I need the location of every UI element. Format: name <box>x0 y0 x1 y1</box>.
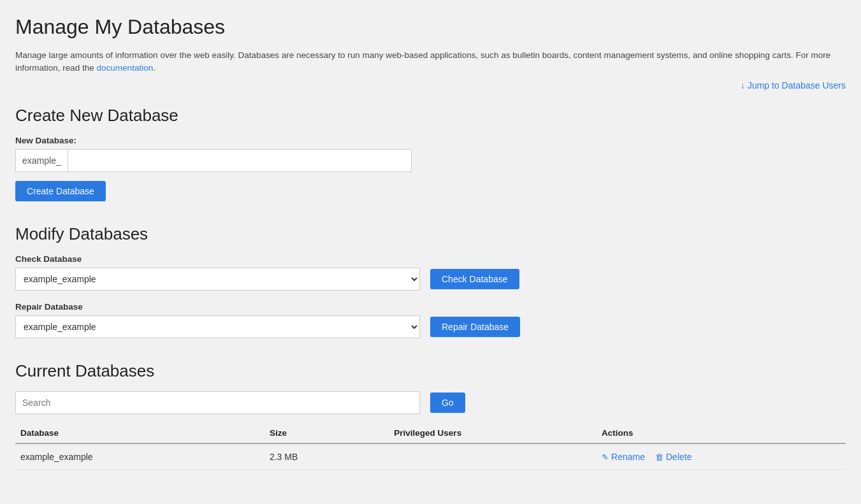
delete-link[interactable]: Delete <box>655 452 691 462</box>
pencil-icon <box>602 452 609 462</box>
search-input[interactable] <box>15 391 420 414</box>
delete-label: Delete <box>666 452 691 462</box>
page-title: Manage My Databases <box>15 15 846 39</box>
db-users-cell <box>389 443 597 470</box>
new-database-input[interactable] <box>68 149 412 172</box>
table-header: Database Size Privileged Users Actions <box>15 422 846 443</box>
rename-label: Rename <box>611 452 645 462</box>
current-databases-section: Current Databases Go Database Size Privi… <box>15 361 846 470</box>
documentation-link[interactable]: documentation <box>97 63 154 73</box>
page-description: Manage large amounts of information over… <box>15 49 844 75</box>
check-database-row: example_example Check Database <box>15 268 846 291</box>
description-suffix: . <box>153 63 156 73</box>
db-actions-cell: Rename Delete <box>597 443 846 470</box>
go-button[interactable]: Go <box>430 392 465 413</box>
database-prefix: example_ <box>15 149 68 172</box>
col-header-privileged-users: Privileged Users <box>389 422 597 443</box>
repair-database-label: Repair Database <box>15 302 846 312</box>
modify-databases-section: Modify Databases Check Database example_… <box>15 224 846 338</box>
table-row: example_example 2.3 MB Rename Delete <box>15 443 846 470</box>
trash-icon <box>655 452 663 462</box>
col-header-actions: Actions <box>597 422 846 443</box>
actions-container: Rename Delete <box>602 452 841 462</box>
col-header-database: Database <box>15 422 264 443</box>
create-section-heading: Create New Database <box>15 106 846 126</box>
check-database-button[interactable]: Check Database <box>430 269 519 289</box>
db-name-cell: example_example <box>15 443 264 470</box>
create-database-button[interactable]: Create Database <box>15 181 106 201</box>
check-database-label: Check Database <box>15 254 846 264</box>
modify-section-heading: Modify Databases <box>15 224 846 244</box>
repair-database-select[interactable]: example_example <box>15 315 420 338</box>
db-size-cell: 2.3 MB <box>264 443 389 470</box>
repair-database-row: example_example Repair Database <box>15 315 846 338</box>
search-row: Go <box>15 391 846 414</box>
create-database-section: Create New Database New Database: exampl… <box>15 106 846 201</box>
databases-table: Database Size Privileged Users Actions e… <box>15 422 846 470</box>
rename-link[interactable]: Rename <box>602 452 645 462</box>
current-section-heading: Current Databases <box>15 361 846 381</box>
table-body: example_example 2.3 MB Rename Delete <box>15 443 846 470</box>
jump-to-users-link[interactable]: ↓ Jump to Database Users <box>741 80 846 90</box>
new-database-label: New Database: <box>15 136 846 145</box>
check-database-select[interactable]: example_example <box>15 268 420 291</box>
col-header-size: Size <box>264 422 389 443</box>
new-database-input-row: example_ <box>15 149 846 172</box>
repair-database-button[interactable]: Repair Database <box>430 317 520 337</box>
